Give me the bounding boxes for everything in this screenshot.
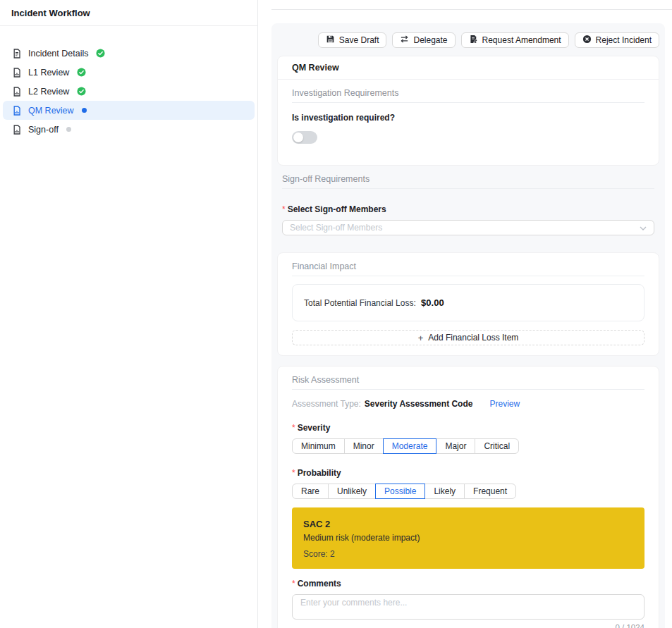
probability-option-likely[interactable]: Likely (424, 484, 465, 499)
audit-icon (12, 125, 22, 135)
required-asterisk: * (292, 423, 295, 433)
workflow-steps-nav: Incident Details L1 Review L2 Review (0, 26, 257, 139)
user-switch-icon (400, 35, 409, 46)
check-circle-icon (96, 49, 105, 58)
probability-option-rare[interactable]: Rare (292, 484, 329, 499)
required-asterisk: * (282, 204, 286, 214)
sidebar-item-qm-review[interactable]: QM Review (3, 101, 255, 120)
financial-total-box: Total Potential Financial Loss: $0.00 (292, 284, 644, 321)
probability-radio-group: Rare Unlikely Possible Likely Frequent (292, 484, 644, 499)
signoff-requirements-section: Sign-off Requirements *Select Sign-off M… (277, 174, 659, 235)
sidebar-item-l2-review[interactable]: L2 Review (3, 82, 255, 101)
comments-textarea[interactable] (292, 594, 644, 620)
add-financial-loss-button[interactable]: + Add Financial Loss Item (292, 330, 644, 345)
severity-option-minimum[interactable]: Minimum (292, 438, 345, 454)
save-icon (326, 35, 335, 46)
sidebar-item-label: Incident Details (28, 49, 88, 59)
card-title: QM Review (278, 56, 659, 80)
probability-label: *Probability (292, 468, 644, 478)
add-financial-loss-label: Add Financial Loss Item (428, 333, 518, 343)
investigation-question-label: Is investigation required? (292, 113, 644, 123)
request-amendment-button[interactable]: Request Amendment (461, 32, 569, 48)
assessment-type-row: Assessment Type: Severity Assessment Cod… (292, 399, 644, 409)
required-asterisk: * (292, 468, 295, 478)
assessment-type-value: Severity Assessment Code (365, 399, 473, 409)
close-circle-icon (582, 35, 592, 46)
sidebar-item-sign-off[interactable]: Sign-off (3, 120, 255, 139)
toggle-knob (293, 133, 303, 142)
probability-option-possible[interactable]: Possible (375, 484, 425, 499)
delegate-label: Delegate (413, 35, 447, 45)
section-title-risk: Risk Assessment (292, 375, 644, 390)
plus-icon: + (418, 333, 424, 343)
main-content: Save Draft Delegate Request Amendment Re… (258, 0, 672, 628)
sidebar-item-l1-review[interactable]: L1 Review (3, 63, 255, 82)
sidebar-item-label: L1 Review (28, 68, 69, 78)
sac-description: Medium risk (moderate impact) (303, 533, 633, 543)
probability-option-unlikely[interactable]: Unlikely (328, 484, 376, 499)
select-placeholder: Select Sign-off Members (290, 223, 382, 233)
save-draft-label: Save Draft (339, 35, 379, 45)
financial-total-value: $0.00 (421, 297, 444, 308)
sidebar-item-label: L2 Review (28, 87, 69, 97)
comments-label: *Comments (292, 579, 644, 589)
audit-icon (12, 106, 22, 116)
character-counter: 0 / 1024 (292, 623, 644, 628)
required-asterisk: * (292, 579, 295, 589)
assessment-type-label: Assessment Type: (292, 399, 361, 409)
check-circle-icon (77, 87, 86, 96)
preview-link[interactable]: Preview (489, 399, 520, 409)
severity-label: *Severity (292, 423, 644, 433)
check-circle-icon (77, 68, 86, 77)
chevron-down-icon (640, 223, 647, 233)
signoff-members-select[interactable]: Select Sign-off Members (282, 220, 654, 235)
financial-total-label: Total Potential Financial Loss: (304, 298, 416, 308)
section-title-signoff: Sign-off Requirements (282, 174, 654, 189)
sidebar-item-label: QM Review (28, 106, 74, 116)
delegate-button[interactable]: Delegate (392, 32, 455, 48)
save-draft-button[interactable]: Save Draft (318, 32, 387, 48)
audit-icon (12, 68, 22, 78)
section-title-financial: Financial Impact (292, 261, 644, 276)
workflow-sidebar: Incident Workflow Incident Details L1 Re… (0, 0, 258, 628)
severity-radio-group: Minimum Minor Moderate Major Critical (292, 438, 644, 454)
qm-review-card: QM Review Investigation Requirements Is … (277, 56, 659, 166)
audit-icon (12, 87, 22, 97)
financial-impact-card: Financial Impact Total Potential Financi… (277, 252, 659, 356)
sac-code: SAC 2 (303, 519, 633, 529)
action-toolbar: Save Draft Delegate Request Amendment Re… (277, 32, 659, 48)
pending-step-dot-icon (66, 127, 71, 132)
severity-option-minor[interactable]: Minor (344, 438, 384, 454)
top-divider (271, 9, 672, 10)
file-text-icon (12, 49, 22, 59)
signoff-members-label: *Select Sign-off Members (282, 204, 654, 214)
sidebar-title: Incident Workflow (0, 0, 257, 26)
sidebar-item-incident-details[interactable]: Incident Details (3, 44, 255, 63)
severity-option-major[interactable]: Major (436, 438, 475, 454)
reject-incident-button[interactable]: Reject Incident (575, 32, 659, 48)
risk-assessment-card: Risk Assessment Assessment Type: Severit… (277, 366, 659, 628)
file-edit-icon (469, 35, 478, 46)
severity-option-moderate[interactable]: Moderate (383, 438, 437, 454)
investigation-required-toggle[interactable] (292, 131, 317, 144)
request-amendment-label: Request Amendment (482, 35, 561, 45)
section-title-investigation: Investigation Requirements (292, 88, 644, 103)
probability-option-frequent[interactable]: Frequent (464, 484, 516, 499)
reject-incident-label: Reject Incident (596, 35, 652, 45)
active-step-dot-icon (82, 108, 87, 113)
severity-option-critical[interactable]: Critical (475, 438, 519, 454)
sac-result-box: SAC 2 Medium risk (moderate impact) Scor… (292, 507, 644, 569)
qm-review-panel: Save Draft Delegate Request Amendment Re… (271, 23, 665, 628)
sac-score: Score: 2 (303, 549, 633, 559)
sidebar-item-label: Sign-off (28, 125, 59, 135)
